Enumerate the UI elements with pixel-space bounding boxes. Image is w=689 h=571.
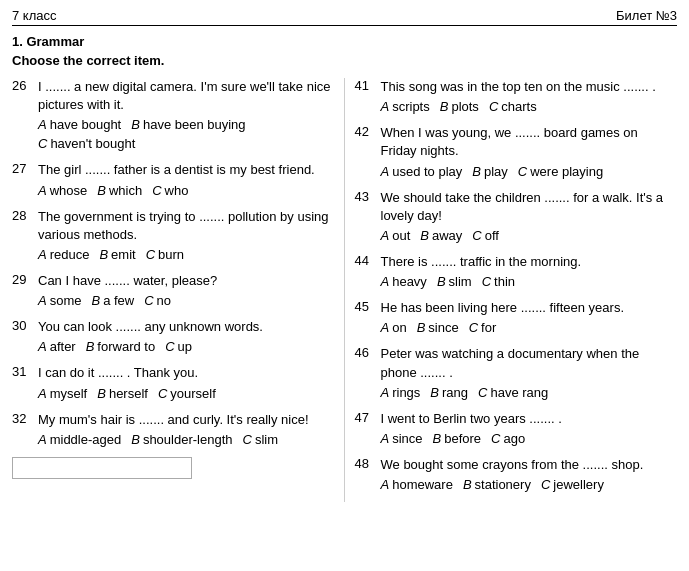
option-text: for <box>481 320 496 335</box>
option-text: reduce <box>50 247 90 262</box>
options-row: AafterBforward toCup <box>12 339 334 354</box>
question-text: When I was young, we ....... board games… <box>381 124 670 160</box>
option-text: on <box>392 320 406 335</box>
option-item: Cno <box>144 293 171 308</box>
option-item: Bwhich <box>97 183 142 198</box>
question-text: He has been living here ....... fifteen … <box>381 299 670 317</box>
option-letter: B <box>97 386 106 401</box>
options-row: AwhoseBwhichCwho <box>12 183 334 198</box>
option-text: away <box>432 228 462 243</box>
option-text: rang <box>442 385 468 400</box>
option-item: Ba few <box>91 293 134 308</box>
option-letter: C <box>469 320 478 335</box>
right-column: 41This song was in the top ten on the mu… <box>345 78 678 502</box>
option-item: Arings <box>381 385 421 400</box>
option-letter: A <box>38 117 47 132</box>
question-item: 44There is ....... traffic in the mornin… <box>355 253 670 289</box>
option-item: Aheavy <box>381 274 427 289</box>
question-text: Peter was watching a documentary when th… <box>381 345 670 381</box>
question-number: 31 <box>12 364 34 382</box>
question-text: This song was in the top ten on the musi… <box>381 78 670 96</box>
option-text: scripts <box>392 99 430 114</box>
option-item: Cjewellery <box>541 477 604 492</box>
option-letter: C <box>165 339 174 354</box>
option-letter: A <box>38 293 47 308</box>
options-row: AheavyBslimCthin <box>355 274 670 289</box>
question-item: 31I can do it ....... . Thank you.Amysel… <box>12 364 334 400</box>
option-text: since <box>428 320 458 335</box>
question-item: 30You can look ....... any unknown words… <box>12 318 334 354</box>
option-letter: A <box>381 274 390 289</box>
option-item: Bhave been buying <box>131 117 245 132</box>
option-item: Brang <box>430 385 468 400</box>
answer-input-box[interactable] <box>12 457 192 479</box>
option-text: burn <box>158 247 184 262</box>
options-row: AsomeBa fewCno <box>12 293 334 308</box>
question-number: 27 <box>12 161 34 179</box>
question-item: 47I went to Berlin two years ....... .As… <box>355 410 670 446</box>
header: 7 класс Билет №3 <box>12 8 677 26</box>
option-letter: B <box>433 431 442 446</box>
option-letter: C <box>146 247 155 262</box>
option-item: Bherself <box>97 386 148 401</box>
option-text: after <box>50 339 76 354</box>
option-letter: A <box>38 386 47 401</box>
question-number: 46 <box>355 345 377 381</box>
option-item: Cup <box>165 339 192 354</box>
option-item: Aon <box>381 320 407 335</box>
option-letter: C <box>243 432 252 447</box>
option-text: have bought <box>50 117 122 132</box>
option-text: rings <box>392 385 420 400</box>
option-letter: B <box>440 99 449 114</box>
option-text: who <box>165 183 189 198</box>
question-item: 28The government is trying to ....... po… <box>12 208 334 262</box>
option-text: middle-aged <box>50 432 122 447</box>
option-text: myself <box>50 386 88 401</box>
question-item: 32My mum's hair is ....... and curly. It… <box>12 411 334 447</box>
option-letter: A <box>381 228 390 243</box>
question-number: 45 <box>355 299 377 317</box>
option-item: Cfor <box>469 320 497 335</box>
option-text: a few <box>103 293 134 308</box>
option-text: plots <box>451 99 478 114</box>
option-text: ago <box>503 431 525 446</box>
question-number: 30 <box>12 318 34 336</box>
option-item: Chaven't bought <box>38 136 135 151</box>
option-letter: B <box>472 164 481 179</box>
question-number: 42 <box>355 124 377 160</box>
option-item: Aout <box>381 228 411 243</box>
options-row: AreduceBemitCburn <box>12 247 334 262</box>
question-text: There is ....... traffic in the morning. <box>381 253 670 271</box>
option-letter: C <box>518 164 527 179</box>
question-text: The government is trying to ....... poll… <box>38 208 334 244</box>
question-number: 48 <box>355 456 377 474</box>
option-text: charts <box>501 99 536 114</box>
option-letter: B <box>91 293 100 308</box>
option-letter: C <box>491 431 500 446</box>
option-letter: A <box>38 183 47 198</box>
option-item: Cyourself <box>158 386 216 401</box>
question-text: Can I have ....... water, please? <box>38 272 334 290</box>
options-row: Aused to playBplayCwere playing <box>355 164 670 179</box>
question-item: 43We should take the children ....... fo… <box>355 189 670 243</box>
option-text: heavy <box>392 274 427 289</box>
options-row: AscriptsBplotsCcharts <box>355 99 670 114</box>
options-row: Ahave boughtBhave been buyingChaven't bo… <box>12 117 334 151</box>
option-text: thin <box>494 274 515 289</box>
option-letter: B <box>437 274 446 289</box>
question-item: 45He has been living here ....... fiftee… <box>355 299 670 335</box>
options-row: AringsBrangChave rang <box>355 385 670 400</box>
option-letter: B <box>99 247 108 262</box>
option-item: Amiddle-aged <box>38 432 121 447</box>
question-item: 41This song was in the top ten on the mu… <box>355 78 670 114</box>
option-text: whose <box>50 183 88 198</box>
options-row: AoutBawayCoff <box>355 228 670 243</box>
option-item: Asince <box>381 431 423 446</box>
option-letter: A <box>381 99 390 114</box>
option-text: yourself <box>170 386 216 401</box>
option-letter: A <box>381 385 390 400</box>
option-item: Bplots <box>440 99 479 114</box>
option-text: homeware <box>392 477 453 492</box>
question-number: 41 <box>355 78 377 96</box>
option-letter: C <box>489 99 498 114</box>
